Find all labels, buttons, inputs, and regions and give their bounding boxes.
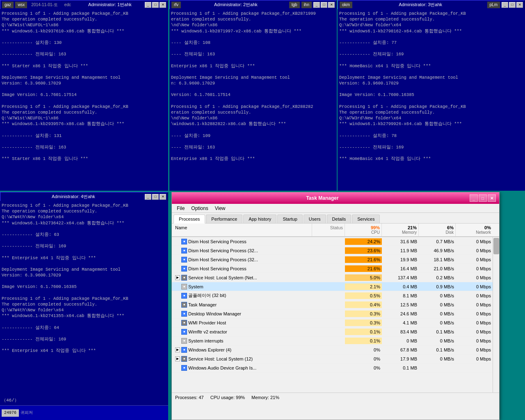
process-name: Task Manager — [188, 302, 217, 307]
table-row[interactable]: ▶ ■ Windows Explorer (4) 0% 67.8 MB 0.1 … — [172, 345, 499, 354]
process-network — [456, 367, 493, 369]
process-name-cell: ■ Windows Audio Device Graph Is... — [172, 364, 312, 372]
process-name: Desktop Window Manager — [188, 311, 241, 316]
process-cpu: 5.0% — [345, 274, 382, 281]
minimize-btn-3[interactable]: _ — [502, 2, 508, 8]
table-row[interactable]: ▶ ■ Service Host: Local System (Net... 5… — [172, 273, 499, 282]
minimize-btn-2[interactable]: _ — [313, 2, 320, 8]
cmd-window-3[interactable]: okm Administrator: 3번ahk pLm _ □ ✕ Proce… — [338, 0, 525, 191]
process-memory: 0.1 MB — [382, 365, 419, 371]
tab-app-history[interactable]: App history — [243, 215, 276, 223]
process-icon: ■ — [181, 320, 187, 326]
tm-stats-header: Name Status 99% CPU 21% Memory 6% Disk 0… — [172, 224, 499, 237]
tm-scrollbar[interactable] — [493, 237, 499, 393]
process-icon: ■ — [181, 338, 187, 344]
table-row[interactable]: ■ System interrupts 0.1% 0 MB 0 MB/s 0 M… — [172, 336, 499, 345]
expand-btn[interactable]: ▶ — [175, 275, 180, 280]
cmd-title-1: Administrator: 1번ahk — [75, 2, 145, 8]
process-status — [312, 286, 345, 288]
process-network: 0 Mbps — [456, 256, 493, 263]
tab-startup[interactable]: Startup — [277, 215, 302, 223]
table-row[interactable]: ■ System 2.1% 0.4 MB 0.9 MB/s 0 Mbps — [172, 282, 499, 291]
tab-wsx[interactable]: wsx — [15, 2, 27, 8]
tab-ihn[interactable]: ihn — [301, 2, 312, 8]
process-memory: 83.4 MB — [382, 329, 419, 335]
cmd-window-1[interactable]: gaz wsx 2014-11-01-토 edc Administrator: … — [0, 0, 168, 191]
process-disk: 0.7 MB/s — [419, 238, 456, 245]
process-memory: 4.1 MB — [382, 320, 419, 326]
cmd-titlebar-1: gaz wsx 2014-11-01-토 edc Administrator: … — [0, 0, 168, 9]
tm-process-list[interactable]: ■ Dism Host Servicing Process 24.2% 31.6… — [172, 237, 499, 393]
maximize-btn-1[interactable]: □ — [152, 2, 159, 8]
menu-view[interactable]: View — [212, 205, 229, 212]
tab-performance[interactable]: Performance — [206, 215, 242, 223]
process-memory: 19.9 MB — [382, 256, 419, 263]
maximize-btn-3[interactable]: □ — [509, 2, 516, 8]
process-memory: 137.4 MB — [382, 274, 419, 281]
process-name-cell: ■ Desktop Window Manager — [172, 310, 312, 317]
cmd-title-3: Administrator: 3번ahk — [354, 2, 487, 8]
tab-rfv[interactable]: rfv — [171, 2, 181, 8]
tab-gaz[interactable]: gaz — [2, 2, 14, 8]
process-cpu: 0% — [345, 356, 382, 362]
tab-edc[interactable]: edc — [62, 2, 73, 8]
process-status — [312, 250, 345, 251]
tab-tgb[interactable]: tgb — [289, 2, 300, 8]
tab-plm[interactable]: pLm — [487, 2, 500, 8]
process-status — [312, 277, 345, 278]
scrollbar-thumb[interactable] — [493, 238, 499, 254]
process-disk: 0 MB/s — [419, 338, 456, 344]
process-count-label: Processes: 47 — [175, 395, 204, 400]
maximize-btn-4[interactable]: □ — [152, 194, 159, 200]
process-name-cell: ■ Dism Host Servicing Process — [172, 238, 312, 245]
window-controls-3: _ □ ✕ — [502, 2, 523, 8]
maximize-btn-2[interactable]: □ — [321, 2, 327, 8]
table-row[interactable]: ■ Dism Host Servicing Process (32... 23.… — [172, 246, 499, 255]
close-btn-1[interactable]: ✕ — [160, 2, 166, 8]
tm-maximize-btn[interactable]: □ — [479, 194, 487, 202]
table-row[interactable]: ■ Desktop Window Manager 0.3% 24.6 MB 0 … — [172, 309, 499, 318]
process-disk: 0.1 MB/s — [419, 347, 456, 353]
process-network: 0 Mbps — [456, 356, 493, 362]
table-row[interactable]: ■ Wimfltr v2 extractor 0.1% 83.4 MB 0.1 … — [172, 327, 499, 336]
close-btn-4[interactable]: ✕ — [160, 194, 166, 200]
tab-processes[interactable]: Processes — [173, 215, 205, 224]
tm-close-btn[interactable]: ✕ — [488, 194, 496, 202]
tab-services[interactable]: Services — [352, 215, 380, 223]
process-cpu: 23.6% — [345, 247, 382, 254]
menu-file[interactable]: File — [173, 205, 188, 212]
menu-options[interactable]: Options — [188, 205, 211, 212]
table-row[interactable]: ■ Dism Host Servicing Process 21.6% 16.4… — [172, 264, 499, 273]
table-row[interactable]: ■ 골플레이어 (32 bit) 0.5% 8.1 MB 0 MB/s 0 Mb… — [172, 291, 499, 300]
table-row[interactable]: ■ Windows Audio Device Graph Is... 0% 0.… — [172, 363, 499, 372]
process-cpu: 21.6% — [345, 256, 382, 263]
close-btn-2[interactable]: ✕ — [328, 2, 335, 8]
minimize-btn-1[interactable]: _ — [145, 2, 151, 8]
process-disk: 0 MB/s — [419, 320, 456, 326]
cmd-window-2[interactable]: rfv Administrator: 2번ahk tgb ihn _ □ ✕ P… — [169, 0, 337, 191]
task-manager[interactable]: Task Manager _ □ ✕ File Options View Pro… — [171, 192, 500, 420]
tab-users[interactable]: Users — [304, 215, 326, 223]
process-disk: 0.9 MB/s — [419, 283, 456, 290]
close-btn-3[interactable]: ✕ — [516, 2, 523, 8]
cmd-window-4[interactable]: Administrator: 4번ahk _ □ ✕ Processing 1 … — [0, 192, 168, 420]
expand-btn[interactable]: ▶ — [175, 356, 180, 361]
process-status — [312, 304, 345, 306]
cpu-usage-label: CPU usage: 99% — [210, 395, 245, 400]
status-text: 귀피저 — [21, 410, 33, 416]
table-row[interactable]: ■ WMI Provider Host 0.3% 4.1 MB 0 MB/s 0… — [172, 318, 499, 327]
tab-details[interactable]: Details — [327, 215, 352, 223]
process-disk — [419, 367, 456, 369]
process-memory: 24.6 MB — [382, 310, 419, 317]
tab-okm[interactable]: okm — [340, 2, 352, 8]
minimize-btn-4[interactable]: _ — [145, 194, 151, 200]
table-row[interactable]: ■ Task Manager 0.4% 12.5 MB 0 MB/s 0 Mbp… — [172, 300, 499, 309]
tm-minimize-btn[interactable]: _ — [470, 194, 478, 202]
table-row[interactable]: ■ Dism Host Servicing Process 24.2% 31.6… — [172, 237, 499, 246]
expand-btn[interactable]: ▶ — [175, 347, 180, 352]
tm-window-controls: _ □ ✕ — [470, 194, 496, 202]
table-row[interactable]: ■ Dism Host Servicing Process (32... 21.… — [172, 255, 499, 264]
memory-usage-label: Memory: 21% — [251, 395, 279, 400]
process-memory: 16.4 MB — [382, 265, 419, 272]
table-row[interactable]: ▶ ■ Service Host: Local System (12) 0% 1… — [172, 354, 499, 363]
